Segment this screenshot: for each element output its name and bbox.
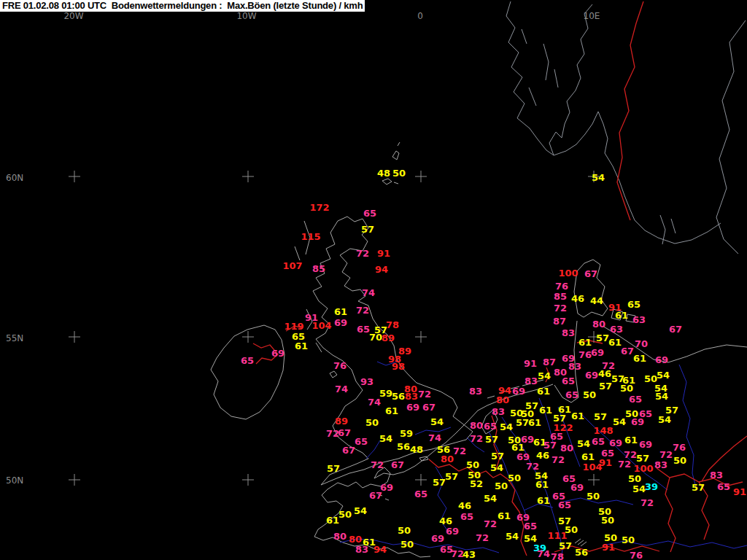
station-gust-value: 65 bbox=[363, 208, 376, 219]
station-gust-value: 61 bbox=[537, 386, 550, 397]
station-gust-value: 50 bbox=[601, 515, 614, 526]
station-gust-value: 78 bbox=[386, 319, 399, 330]
weather-map-screen: FRE 01.02.08 01:00 UTC Bodenwettermeldun… bbox=[0, 0, 747, 560]
station-gust-value: 61 bbox=[615, 310, 628, 321]
station-gust-value: 61 bbox=[528, 417, 541, 428]
stations-layer: 4850541726557115729110785947472619110469… bbox=[241, 168, 746, 560]
station-gust-value: 72 bbox=[554, 303, 567, 314]
station-gust-value: 44 bbox=[590, 295, 603, 306]
station-gust-value: 57 bbox=[327, 463, 340, 474]
river-severn bbox=[366, 440, 380, 459]
graticule-cross bbox=[242, 171, 254, 182]
graticule-cross bbox=[69, 331, 80, 343]
station-gust-value: 50 bbox=[400, 539, 414, 550]
station-gust-value: 46 bbox=[439, 516, 452, 526]
graticule-cross bbox=[242, 331, 254, 343]
station-gust-value: 91 bbox=[377, 248, 390, 259]
station-gust-value: 57 bbox=[361, 224, 374, 235]
station-gust-value: 54 bbox=[632, 483, 646, 494]
graticule-cross bbox=[69, 474, 80, 486]
station-gust-value: 83 bbox=[654, 459, 667, 470]
station-gust-value: 54 bbox=[592, 172, 605, 183]
station-gust-value: 76 bbox=[333, 360, 347, 371]
station-gust-value: 87 bbox=[543, 357, 556, 368]
station-gust-value: 72 bbox=[356, 305, 369, 316]
station-gust-value: 80 bbox=[349, 534, 362, 545]
station-gust-value: 65 bbox=[592, 436, 605, 447]
station-gust-value: 76 bbox=[578, 349, 592, 360]
station-gust-value: 148 bbox=[593, 425, 613, 436]
station-gust-value: 69 bbox=[570, 482, 584, 493]
station-gust-value: 50 bbox=[392, 168, 406, 179]
station-gust-value: 54 bbox=[484, 493, 497, 504]
station-gust-value: 85 bbox=[312, 263, 325, 274]
station-gust-value: 65 bbox=[717, 481, 730, 492]
station-gust-value: 80 bbox=[441, 454, 454, 464]
graticule-cross bbox=[415, 474, 427, 486]
station-gust-value: 72 bbox=[618, 459, 631, 470]
latitude-label: 60N bbox=[6, 173, 23, 183]
station-gust-value: 50 bbox=[365, 417, 379, 428]
station-gust-value: 72 bbox=[371, 459, 384, 470]
station-gust-value: 50 bbox=[587, 491, 600, 502]
station-gust-value: 89 bbox=[382, 332, 395, 343]
station-gust-value: 69 bbox=[655, 354, 668, 365]
station-gust-value: 54 bbox=[506, 531, 519, 542]
station-gust-value: 104 bbox=[582, 462, 602, 472]
station-gust-value: 54 bbox=[379, 433, 392, 444]
station-gust-value: 100 bbox=[633, 463, 653, 474]
station-gust-value: 93 bbox=[360, 376, 374, 387]
coastline-sweden-east bbox=[716, 20, 746, 254]
longitude-label: 20W bbox=[63, 11, 83, 21]
station-gust-value: 57 bbox=[594, 411, 607, 422]
station-gust-value: 39 bbox=[645, 481, 658, 492]
station-gust-value: 56 bbox=[397, 441, 410, 452]
station-gust-value: 61 bbox=[295, 341, 308, 351]
station-gust-value: 61 bbox=[578, 337, 592, 348]
station-gust-value: 115 bbox=[301, 231, 320, 242]
station-gust-value: 69 bbox=[406, 402, 419, 413]
station-gust-value: 70 bbox=[635, 338, 648, 349]
station-gust-value: 91 bbox=[524, 358, 537, 369]
station-gust-value: 54 bbox=[430, 416, 444, 427]
station-gust-value: 61 bbox=[581, 451, 595, 462]
station-gust-value: 76 bbox=[630, 550, 643, 560]
station-gust-value: 69 bbox=[271, 348, 285, 359]
station-gust-value: 78 bbox=[551, 551, 564, 560]
station-gust-value: 65 bbox=[460, 511, 473, 522]
station-gust-value: 61 bbox=[633, 353, 646, 364]
station-gust-value: 94 bbox=[374, 544, 387, 555]
latitude-label: 55N bbox=[6, 333, 23, 343]
station-gust-value: 54 bbox=[613, 416, 626, 427]
station-gust-value: 57 bbox=[433, 477, 446, 488]
station-gust-value: 61 bbox=[624, 435, 638, 446]
station-gust-value: 50 bbox=[673, 455, 686, 466]
station-gust-value: 56 bbox=[575, 547, 588, 558]
station-gust-value: 69 bbox=[334, 317, 347, 328]
station-gust-value: 61 bbox=[326, 515, 339, 526]
station-gust-value: 50 bbox=[495, 481, 508, 491]
station-gust-value: 50 bbox=[338, 509, 352, 520]
station-gust-value: 83 bbox=[492, 406, 505, 417]
station-gust-value: 59 bbox=[400, 428, 413, 439]
station-gust-value: 104 bbox=[311, 320, 331, 331]
station-gust-value: 57 bbox=[516, 417, 529, 428]
station-gust-value: 54 bbox=[500, 421, 513, 432]
station-gust-value: 57 bbox=[692, 482, 705, 493]
station-gust-value: 46 bbox=[571, 293, 584, 304]
longitude-label: 10W bbox=[236, 11, 256, 21]
station-gust-value: 65 bbox=[357, 324, 370, 335]
station-gust-value: 80 bbox=[592, 319, 605, 330]
station-gust-value: 83 bbox=[355, 544, 368, 555]
station-gust-value: 72 bbox=[640, 497, 654, 508]
station-barb-symbol bbox=[575, 539, 587, 546]
station-gust-value: 69 bbox=[512, 386, 525, 397]
graticule-cross bbox=[588, 474, 600, 486]
station-gust-value: 119 bbox=[284, 321, 303, 332]
station-gust-value: 65 bbox=[355, 436, 368, 447]
station-gust-value: 72 bbox=[484, 518, 497, 529]
station-gust-value: 69 bbox=[631, 416, 644, 427]
station-gust-value: 72 bbox=[476, 532, 489, 543]
station-gust-value: 100 bbox=[558, 268, 578, 279]
station-gust-value: 83 bbox=[525, 376, 538, 386]
